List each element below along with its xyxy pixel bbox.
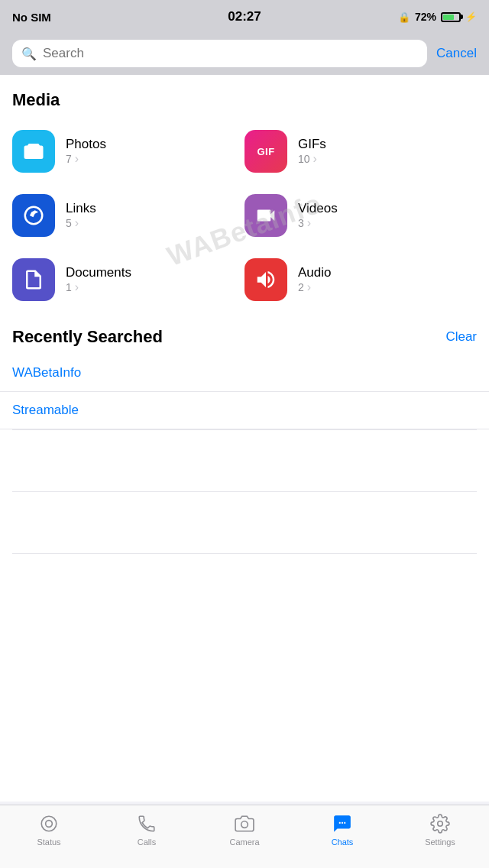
recently-searched-title: Recently Searched — [12, 327, 163, 347]
tab-settings[interactable]: Settings — [391, 813, 489, 847]
battery-percent: 72% — [415, 11, 436, 23]
videos-count: 3 — [298, 216, 338, 230]
tab-chats[interactable]: Chats — [293, 813, 391, 847]
lock-icon: 🔒 — [398, 11, 410, 23]
media-item-gifs[interactable]: GIF GIFs 10 — [244, 119, 477, 183]
camera-tab-label: Camera — [229, 837, 259, 847]
recent-item-wabetainfo[interactable]: WABetaInfo — [0, 355, 489, 392]
calls-tab-label: Calls — [138, 837, 156, 847]
svg-point-1 — [46, 821, 53, 828]
settings-tab-label: Settings — [425, 837, 455, 847]
media-item-videos[interactable]: Videos 3 — [244, 183, 477, 248]
carrier-text: No SIM — [12, 11, 51, 24]
tab-status[interactable]: Status — [0, 813, 98, 847]
tab-calls[interactable]: Calls — [98, 813, 196, 847]
media-item-documents[interactable]: Documents 1 — [12, 248, 244, 312]
documents-icon-bg — [12, 258, 55, 301]
photos-count: 7 — [66, 152, 106, 166]
videos-icon-bg — [244, 194, 287, 237]
photos-label: Photos — [66, 137, 106, 152]
time-text: 02:27 — [228, 9, 261, 24]
status-right-icons: 🔒 72% ⚡ — [398, 11, 477, 23]
links-icon-bg — [12, 194, 55, 237]
chats-tab-label: Chats — [332, 837, 354, 847]
gifs-icon-bg: GIF — [244, 130, 287, 173]
chats-tab-icon — [332, 813, 353, 834]
links-count: 5 — [66, 216, 96, 230]
calls-tab-icon — [136, 813, 157, 834]
audio-count: 2 — [298, 280, 331, 294]
videos-label: Videos — [298, 201, 338, 216]
battery-icon — [441, 12, 461, 22]
cancel-button[interactable]: Cancel — [436, 46, 477, 61]
main-content: WABetaInfo Media Photos 7 GIF GIFs 10 — [0, 75, 489, 802]
clear-button[interactable]: Clear — [445, 329, 477, 345]
camera-icon — [22, 140, 45, 163]
compass-icon — [22, 204, 45, 227]
media-item-audio[interactable]: Audio 2 — [244, 248, 477, 312]
links-info: Links 5 — [66, 201, 96, 230]
audio-icon-bg — [244, 258, 287, 301]
search-input-wrapper[interactable]: 🔍 — [12, 40, 427, 67]
svg-point-3 — [438, 821, 443, 827]
status-tab-label: Status — [37, 837, 60, 847]
videos-info: Videos 3 — [298, 201, 338, 230]
divider-2 — [12, 491, 477, 492]
tab-bar: Status Calls Camera Chats — [0, 805, 489, 868]
recently-searched-header: Recently Searched Clear — [0, 312, 489, 355]
recent-item-streamable[interactable]: Streamable — [0, 392, 489, 429]
divider-3 — [12, 553, 477, 554]
photos-info: Photos 7 — [66, 137, 106, 166]
svg-point-0 — [41, 816, 57, 831]
search-input[interactable] — [43, 46, 418, 61]
video-icon — [254, 204, 277, 227]
media-item-photos[interactable]: Photos 7 — [12, 119, 244, 183]
search-icon: 🔍 — [21, 47, 37, 61]
settings-tab-icon — [429, 813, 451, 834]
tab-camera[interactable]: Camera — [196, 813, 293, 847]
documents-label: Documents — [66, 265, 131, 280]
divider-1 — [12, 429, 477, 430]
documents-info: Documents 1 — [66, 265, 131, 294]
camera-tab-icon — [234, 813, 255, 834]
media-item-links[interactable]: Links 5 — [12, 183, 244, 248]
status-tab-icon — [38, 813, 60, 834]
photos-icon-bg — [12, 130, 55, 173]
gifs-count: 10 — [298, 152, 326, 166]
audio-icon — [254, 268, 277, 291]
gif-icon: GIF — [257, 146, 274, 157]
media-section-title: Media — [0, 75, 489, 119]
media-grid: Photos 7 GIF GIFs 10 Links 5 — [0, 119, 489, 312]
links-label: Links — [66, 201, 96, 216]
svg-point-2 — [241, 821, 248, 828]
gifs-label: GIFs — [298, 137, 326, 152]
status-bar: No SIM 02:27 🔒 72% ⚡ — [0, 0, 489, 34]
audio-label: Audio — [298, 265, 331, 280]
charging-icon: ⚡ — [465, 11, 477, 22]
search-bar-container: 🔍 Cancel — [0, 34, 489, 75]
document-icon — [22, 268, 45, 291]
gifs-info: GIFs 10 — [298, 137, 326, 166]
documents-count: 1 — [66, 280, 131, 294]
audio-info: Audio 2 — [298, 265, 331, 294]
